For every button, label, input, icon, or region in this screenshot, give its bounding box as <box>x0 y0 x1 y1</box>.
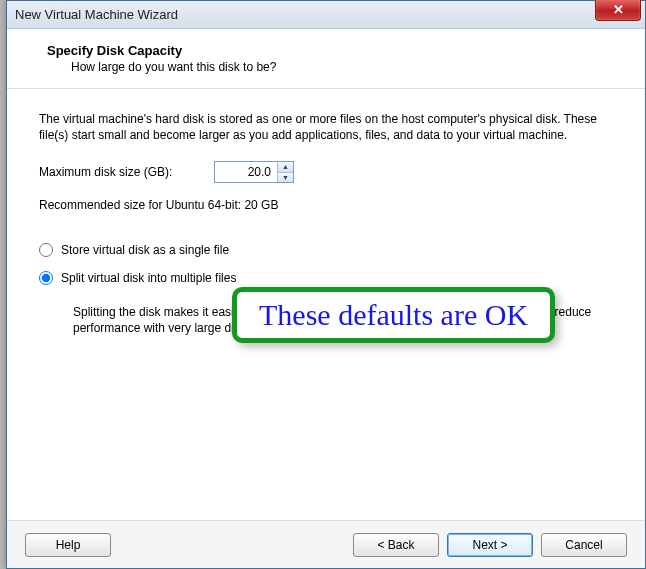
spinner-down-icon[interactable]: ▼ <box>278 173 293 183</box>
radio-single-file[interactable] <box>39 243 53 257</box>
disk-size-row: Maximum disk size (GB): ▲ ▼ <box>39 161 613 183</box>
window-title: New Virtual Machine Wizard <box>15 7 178 22</box>
disk-size-spinner[interactable]: ▲ ▼ <box>214 161 294 183</box>
disk-size-label: Maximum disk size (GB): <box>39 164 204 180</box>
recommended-text: Recommended size for Ubuntu 64-bit: 20 G… <box>39 197 613 213</box>
radio-single-file-row[interactable]: Store virtual disk as a single file <box>39 242 613 258</box>
spinner-up-icon[interactable]: ▲ <box>278 162 293 173</box>
radio-split-files-label: Split virtual disk into multiple files <box>61 270 236 286</box>
spinner-buttons: ▲ ▼ <box>277 162 293 182</box>
radio-split-files-row[interactable]: Split virtual disk into multiple files <box>39 270 613 286</box>
page-title: Specify Disk Capacity <box>47 43 623 58</box>
button-bar: Help < Back Next > Cancel <box>7 520 645 568</box>
back-button[interactable]: < Back <box>353 533 439 557</box>
annotation-text: These defaults are OK <box>259 298 528 331</box>
radio-single-file-label: Store virtual disk as a single file <box>61 242 229 258</box>
close-icon: ✕ <box>613 2 624 17</box>
description-text: The virtual machine's hard disk is store… <box>39 111 613 143</box>
titlebar: New Virtual Machine Wizard ✕ <box>7 1 645 29</box>
cancel-button[interactable]: Cancel <box>541 533 627 557</box>
disk-size-input[interactable] <box>215 162 277 182</box>
next-button[interactable]: Next > <box>447 533 533 557</box>
annotation-callout: These defaults are OK <box>232 287 555 343</box>
help-button[interactable]: Help <box>25 533 111 557</box>
header-block: Specify Disk Capacity How large do you w… <box>7 29 645 89</box>
close-button[interactable]: ✕ <box>595 0 641 21</box>
page-subtitle: How large do you want this disk to be? <box>47 60 623 74</box>
wizard-window: New Virtual Machine Wizard ✕ Specify Dis… <box>6 0 646 569</box>
radio-split-files[interactable] <box>39 271 53 285</box>
